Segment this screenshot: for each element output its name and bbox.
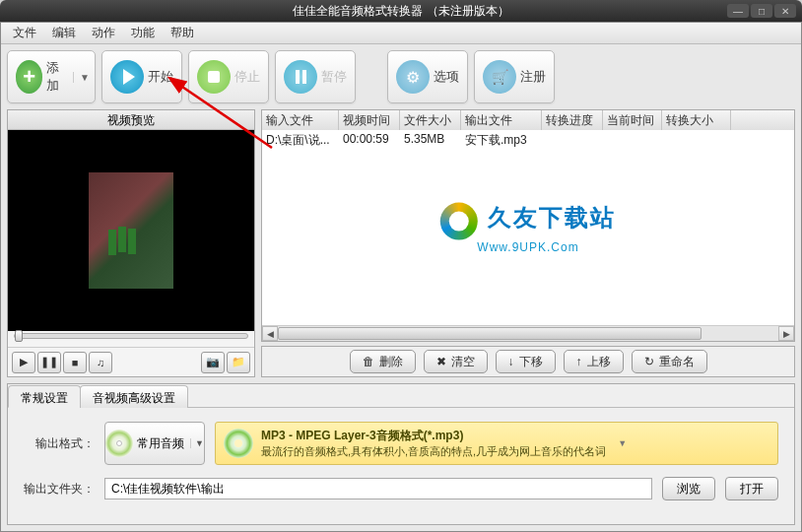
snapshot-button[interactable]: 📷 bbox=[201, 352, 225, 373]
x-icon: ✖ bbox=[436, 355, 446, 368]
th-progress[interactable]: 转换进度 bbox=[542, 110, 603, 130]
outdir-label: 输出文件夹： bbox=[24, 481, 95, 498]
start-label: 开始 bbox=[148, 68, 173, 86]
th-size[interactable]: 文件大小 bbox=[400, 110, 461, 130]
arrow-down-icon: ↓ bbox=[508, 355, 514, 368]
moveup-button[interactable]: ↑上移 bbox=[564, 350, 624, 373]
preview-title: 视频预览 bbox=[8, 110, 254, 130]
minimize-button[interactable]: — bbox=[727, 4, 749, 18]
main-window: 文件 编辑 动作 功能 帮助 添加 ▼ 开始 停止 暂停 选项 注 bbox=[0, 22, 802, 532]
tab-general[interactable]: 常规设置 bbox=[8, 385, 81, 408]
watermark: 久友下载站 Www.9UPK.Com bbox=[440, 202, 616, 254]
stop-label: 停止 bbox=[234, 68, 260, 86]
h-scrollbar[interactable]: ◀ ▶ bbox=[262, 325, 794, 341]
open-folder-button[interactable]: 📁 bbox=[227, 352, 250, 373]
th-curtime[interactable]: 当前时间 bbox=[603, 110, 662, 130]
preview-area bbox=[8, 130, 254, 331]
format-subtitle: 最流行的音频格式,具有体积小,音质高的特点,几乎成为网上音乐的代名词 bbox=[261, 444, 606, 459]
watermark-cn: 久友下载站 bbox=[488, 204, 616, 231]
player-play-button[interactable]: ▶ bbox=[12, 352, 35, 373]
pause-button[interactable]: 暂停 bbox=[275, 50, 356, 103]
seek-thumb[interactable] bbox=[15, 330, 23, 342]
watermark-en: Www.9UPK.Com bbox=[440, 239, 616, 253]
scroll-track[interactable] bbox=[278, 326, 778, 341]
table-row[interactable]: D:\桌面\说... 00:00:59 5.35MB 安下载.mp3 bbox=[262, 130, 794, 150]
cell-size: 5.35MB bbox=[400, 130, 461, 150]
table-body[interactable]: D:\桌面\说... 00:00:59 5.35MB 安下载.mp3 久友下载站… bbox=[262, 130, 794, 325]
add-button[interactable]: 添加 ▼ bbox=[7, 50, 96, 103]
th-outsize[interactable]: 转换大小 bbox=[662, 110, 731, 130]
th-input[interactable]: 输入文件 bbox=[262, 110, 339, 130]
table-header: 输入文件 视频时间 文件大小 输出文件 转换进度 当前时间 转换大小 bbox=[262, 110, 794, 130]
close-button[interactable]: ✕ bbox=[774, 4, 796, 18]
toolbar: 添加 ▼ 开始 停止 暂停 选项 注册 bbox=[1, 44, 801, 109]
add-label: 添加 bbox=[46, 59, 67, 95]
scroll-left-icon[interactable]: ◀ bbox=[262, 326, 278, 341]
add-icon bbox=[16, 60, 42, 94]
menu-help[interactable]: 帮助 bbox=[163, 25, 202, 41]
trash-icon: 🗑 bbox=[363, 355, 374, 368]
scroll-thumb[interactable] bbox=[278, 327, 702, 340]
disc2-icon bbox=[224, 429, 253, 458]
cell-time: 00:00:59 bbox=[339, 130, 400, 150]
window-title: 佳佳全能音频格式转换器 （未注册版本） bbox=[293, 4, 508, 18]
play-icon bbox=[110, 60, 144, 94]
menu-function[interactable]: 功能 bbox=[123, 25, 163, 41]
menu-action[interactable]: 动作 bbox=[84, 25, 123, 41]
tab-advanced[interactable]: 音视频高级设置 bbox=[80, 385, 188, 408]
player-controls: ▶ ❚❚ ■ ♫ 📷 📁 bbox=[8, 347, 254, 376]
start-button[interactable]: 开始 bbox=[101, 50, 182, 103]
pause-icon bbox=[284, 60, 317, 94]
options-button[interactable]: 选项 bbox=[387, 50, 468, 103]
watermark-logo-icon bbox=[440, 202, 478, 239]
tabs: 常规设置 音视频高级设置 bbox=[8, 384, 794, 408]
format-description[interactable]: MP3 - MPEG Layer-3音频格式(*.mp3) 最流行的音频格式,具… bbox=[215, 422, 778, 465]
preview-thumbnail bbox=[89, 172, 173, 289]
cell-progress bbox=[542, 130, 603, 150]
delete-button[interactable]: 🗑删除 bbox=[350, 350, 416, 373]
player-pause-button[interactable]: ❚❚ bbox=[37, 352, 61, 373]
preview-pane: 视频预览 ▶ ❚❚ ■ ♫ 📷 📁 bbox=[7, 109, 255, 377]
cell-curtime bbox=[603, 130, 662, 150]
outfmt-label: 输出格式： bbox=[24, 435, 95, 452]
open-button[interactable]: 打开 bbox=[725, 477, 778, 500]
seek-slider[interactable] bbox=[14, 333, 248, 339]
rename-button[interactable]: ↻重命名 bbox=[632, 350, 707, 373]
titlebar: 佳佳全能音频格式转换器 （未注册版本） — □ ✕ bbox=[0, 0, 802, 22]
options-label: 选项 bbox=[434, 68, 459, 86]
register-label: 注册 bbox=[520, 68, 546, 86]
maximize-button[interactable]: □ bbox=[751, 4, 772, 18]
disc-icon bbox=[105, 430, 133, 457]
format-name: 常用音频 bbox=[137, 435, 184, 452]
gear-icon bbox=[396, 60, 430, 94]
file-table: 输入文件 视频时间 文件大小 输出文件 转换进度 当前时间 转换大小 D:\桌面… bbox=[261, 109, 795, 342]
cell-input: D:\桌面\说... bbox=[262, 130, 339, 150]
clear-button[interactable]: ✖清空 bbox=[424, 350, 488, 373]
menu-edit[interactable]: 编辑 bbox=[44, 25, 84, 41]
menubar: 文件 编辑 动作 功能 帮助 bbox=[1, 23, 801, 44]
chevron-down-icon: ▼ bbox=[190, 438, 204, 448]
movedown-button[interactable]: ↓下移 bbox=[496, 350, 556, 373]
settings-panel: 常规设置 音视频高级设置 输出格式： 常用音频 ▼ MP3 - MPEG Lay… bbox=[7, 383, 795, 525]
list-actions: 🗑删除 ✖清空 ↓下移 ↑上移 ↻重命名 bbox=[261, 346, 795, 377]
th-time[interactable]: 视频时间 bbox=[339, 110, 400, 130]
cell-output: 安下载.mp3 bbox=[461, 130, 542, 150]
th-output[interactable]: 输出文件 bbox=[461, 110, 542, 130]
output-dir-input[interactable] bbox=[104, 478, 652, 499]
player-stop-button[interactable]: ■ bbox=[63, 352, 87, 373]
format-title: MP3 - MPEG Layer-3音频格式(*.mp3) bbox=[261, 429, 463, 442]
browse-button[interactable]: 浏览 bbox=[662, 477, 715, 500]
cell-outsize bbox=[662, 130, 731, 150]
scroll-right-icon[interactable]: ▶ bbox=[778, 326, 794, 341]
menu-file[interactable]: 文件 bbox=[5, 25, 44, 41]
pause-label: 暂停 bbox=[321, 68, 347, 86]
stop-icon bbox=[197, 60, 231, 94]
arrow-up-icon: ↑ bbox=[576, 355, 582, 368]
chevron-down-icon: ▼ bbox=[614, 438, 631, 448]
register-button[interactable]: 注册 bbox=[474, 50, 555, 103]
stop-button[interactable]: 停止 bbox=[188, 50, 269, 103]
format-selector[interactable]: 常用音频 ▼ bbox=[104, 422, 205, 465]
player-loop-button[interactable]: ♫ bbox=[89, 352, 112, 373]
cart-icon bbox=[483, 60, 516, 94]
add-dropdown-icon[interactable]: ▼ bbox=[73, 72, 87, 83]
